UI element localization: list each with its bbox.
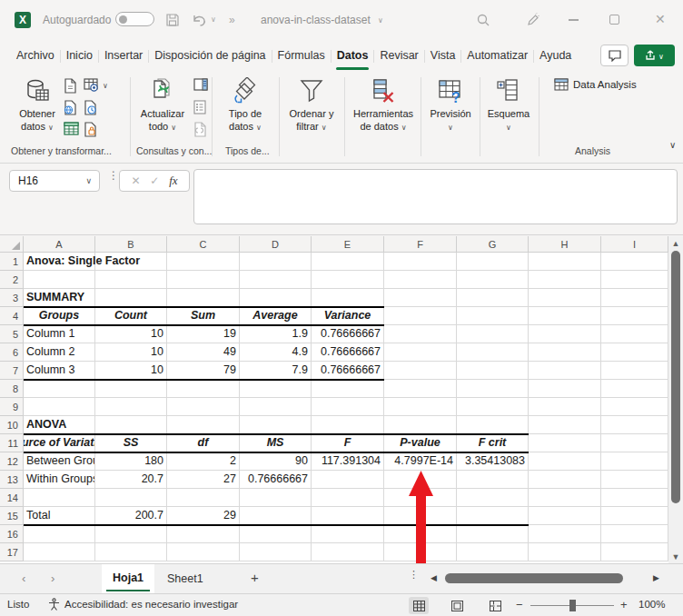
cell-E10[interactable] xyxy=(312,416,384,434)
file-recent-icon[interactable] xyxy=(84,100,99,115)
cell-A16[interactable] xyxy=(24,525,95,543)
cell-G16[interactable] xyxy=(457,525,529,543)
autosave-toggle[interactable] xyxy=(115,12,154,26)
cell-E13[interactable] xyxy=(312,471,384,489)
cell-F3[interactable] xyxy=(384,289,457,307)
cell-A5[interactable]: Column 1 xyxy=(24,325,95,343)
cell-F10[interactable] xyxy=(384,416,457,434)
cell-G8[interactable] xyxy=(457,380,529,398)
cell-C13[interactable]: 27 xyxy=(167,471,240,489)
cell-B15[interactable]: 200.7 xyxy=(95,507,167,525)
row-header-1[interactable]: 1 xyxy=(0,253,24,271)
cell-C15[interactable]: 29 xyxy=(167,507,240,525)
cell-G9[interactable] xyxy=(457,398,529,416)
cell-F14[interactable] xyxy=(384,489,457,507)
more-commands-icon[interactable]: » xyxy=(229,14,235,26)
cell-H11[interactable] xyxy=(529,434,601,452)
cell-G2[interactable] xyxy=(457,271,529,289)
cell-E1[interactable] xyxy=(312,253,384,271)
cell-E7[interactable]: 0.76666667 xyxy=(312,362,384,380)
cell-B1[interactable] xyxy=(95,253,167,271)
sheet-tab-sheet1[interactable]: Sheet1 xyxy=(154,564,216,593)
column-header-G[interactable]: G xyxy=(457,236,529,253)
cell-H10[interactable] xyxy=(529,416,601,434)
ribbon-tab-insertar[interactable]: Insertar xyxy=(100,41,147,71)
search-icon[interactable] xyxy=(476,13,490,27)
column-header-C[interactable]: C xyxy=(167,236,240,253)
file-source-icon[interactable] xyxy=(64,78,79,94)
cell-I15[interactable] xyxy=(601,507,668,525)
cell-E6[interactable]: 0.76666667 xyxy=(312,343,384,362)
cell-I8[interactable] xyxy=(601,380,668,398)
cell-G12[interactable]: 3.35413083 xyxy=(457,452,529,471)
cell-B17[interactable] xyxy=(95,543,167,561)
cell-I13[interactable] xyxy=(601,471,668,489)
cell-G10[interactable] xyxy=(457,416,529,434)
cell-G6[interactable] xyxy=(457,343,529,362)
ribbon-tab-datos[interactable]: Datos xyxy=(332,41,373,71)
row-header-12[interactable]: 12 xyxy=(0,452,24,471)
file-web-icon[interactable] xyxy=(64,100,79,115)
cell-D10[interactable] xyxy=(240,416,312,434)
cell-B2[interactable] xyxy=(95,271,167,289)
table-camera-dropdown-icon[interactable]: ∨ xyxy=(103,82,108,90)
cell-H9[interactable] xyxy=(529,398,601,416)
cell-D8[interactable] xyxy=(240,380,312,398)
cell-E3[interactable] xyxy=(312,289,384,307)
cell-A8[interactable] xyxy=(24,380,95,398)
maximize-button[interactable] xyxy=(609,15,619,25)
obtener-datos-button[interactable]: Obtenerdatos ∨ xyxy=(11,77,64,134)
cell-C10[interactable] xyxy=(167,416,240,434)
pen-icon[interactable] xyxy=(526,13,540,27)
cell-D14[interactable] xyxy=(240,489,312,507)
zoom-in-icon[interactable]: + xyxy=(620,598,628,611)
cell-B3[interactable] xyxy=(95,289,167,307)
cell-D6[interactable]: 4.9 xyxy=(240,343,312,362)
cell-A11[interactable]: Source of Variation xyxy=(24,434,95,452)
ribbon-tab-archivo[interactable]: Archivo xyxy=(12,41,59,71)
accessibility-status[interactable]: Accesibilidad: es necesario investigar xyxy=(64,599,238,610)
normal-view-button[interactable] xyxy=(409,597,429,614)
cell-E16[interactable] xyxy=(312,525,384,543)
cell-A6[interactable]: Column 2 xyxy=(24,343,95,362)
share-button[interactable]: ∨ xyxy=(634,45,675,66)
cell-H15[interactable] xyxy=(529,507,601,525)
table-range-icon[interactable] xyxy=(64,122,79,137)
cell-H12[interactable] xyxy=(529,452,601,471)
actualizar-todo-button[interactable]: Actualizartodo ∨ xyxy=(134,77,191,134)
cell-A3[interactable]: SUMMARY xyxy=(24,289,95,307)
cell-A4[interactable]: Groups xyxy=(24,307,95,325)
horizontal-scrollbar-thumb[interactable] xyxy=(445,573,623,583)
cell-D5[interactable]: 1.9 xyxy=(240,325,312,343)
cell-B4[interactable]: Count xyxy=(95,307,167,325)
ribbon-tab-ayuda[interactable]: Ayuda xyxy=(535,41,576,71)
zoom-slider-thumb[interactable] xyxy=(569,600,576,611)
cell-E9[interactable] xyxy=(312,398,384,416)
cell-G13[interactable] xyxy=(457,471,529,489)
cell-G11[interactable]: F crit xyxy=(457,434,529,452)
cell-A1[interactable]: Anova: Single Factor xyxy=(24,253,95,271)
cell-H4[interactable] xyxy=(529,307,601,325)
cell-C16[interactable] xyxy=(167,525,240,543)
cell-C11[interactable]: df xyxy=(167,434,240,452)
new-sheet-icon[interactable]: + xyxy=(251,570,259,585)
cell-I17[interactable] xyxy=(601,543,668,561)
cell-H6[interactable] xyxy=(529,343,601,362)
cell-F6[interactable] xyxy=(384,343,457,362)
cell-I12[interactable] xyxy=(601,452,668,471)
table-camera-icon[interactable] xyxy=(84,78,99,94)
row-header-15[interactable]: 15 xyxy=(0,507,24,525)
cell-B5[interactable]: 10 xyxy=(95,325,167,343)
cancel-icon[interactable]: ✕ xyxy=(131,174,140,187)
tipo-de-datos-button[interactable]: Tipo dedatos ∨ xyxy=(218,77,272,134)
cell-C2[interactable] xyxy=(167,271,240,289)
cell-C4[interactable]: Sum xyxy=(167,307,240,325)
cell-C5[interactable]: 19 xyxy=(167,325,240,343)
cell-E11[interactable]: F xyxy=(312,434,384,452)
cell-D16[interactable] xyxy=(240,525,312,543)
cell-C7[interactable]: 79 xyxy=(167,362,240,380)
ribbon-tab-revisar[interactable]: Revisar xyxy=(375,41,422,71)
prevision-button[interactable]: ? Previsión∨ xyxy=(425,77,476,134)
cell-A2[interactable] xyxy=(24,271,95,289)
list-properties-icon[interactable] xyxy=(193,100,209,115)
